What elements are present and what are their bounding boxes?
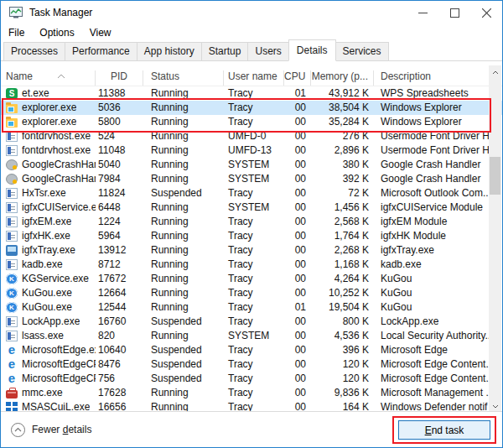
user-name-cell: Tracy bbox=[224, 101, 284, 115]
close-button[interactable] bbox=[470, 1, 502, 24]
column-header-description[interactable]: Description bbox=[374, 70, 502, 86]
table-row[interactable]: kadb.exe8712RunningTracy001,168 Kkadb.ex… bbox=[1, 258, 502, 272]
generic-app-icon bbox=[6, 316, 18, 327]
cpu-cell: 01 bbox=[284, 300, 311, 315]
tab-services[interactable]: Services bbox=[335, 42, 389, 60]
column-header-cpu[interactable]: CPU bbox=[284, 70, 311, 86]
tab-app-history[interactable]: App history bbox=[137, 42, 202, 60]
memory-cell: 4,536 K bbox=[311, 329, 374, 343]
table-row[interactable]: igfxHK.exe5964RunningTracy001,764 KigfxH… bbox=[1, 229, 502, 243]
table-row[interactable]: et.exe11388RunningTracy0143,912 KWPS Spr… bbox=[1, 86, 502, 101]
generic-app-icon bbox=[6, 202, 18, 213]
process-name-cell: lsass.exe bbox=[1, 329, 96, 343]
table-row[interactable]: igfxTray.exe13912RunningTracy002,268 Kig… bbox=[1, 243, 502, 258]
user-name-cell: UMFD-0 bbox=[224, 129, 284, 143]
task-manager-icon bbox=[9, 7, 23, 18]
column-header-name[interactable]: Name bbox=[1, 70, 96, 86]
column-header-pid[interactable]: PID bbox=[96, 70, 143, 86]
table-row[interactable]: fontdrvhost.exe524RunningUMFD-000276 KUs… bbox=[1, 129, 502, 143]
memory-cell: 19,504 K bbox=[311, 300, 374, 315]
minimize-button[interactable] bbox=[407, 1, 438, 24]
tab-startup[interactable]: Startup bbox=[201, 42, 249, 60]
table-row[interactable]: fontdrvhost.exe11048RunningUMFD-13002,89… bbox=[1, 143, 502, 158]
process-name-cell: KuGou.exe bbox=[1, 286, 96, 300]
status-cell: Running bbox=[143, 101, 224, 115]
generic-app-icon bbox=[6, 259, 18, 270]
column-header-memory[interactable]: Memory (p... bbox=[311, 70, 374, 86]
column-header-user-name[interactable]: User name bbox=[224, 70, 284, 86]
memory-cell: 4,264 K bbox=[311, 272, 374, 286]
pid-cell: 8476 bbox=[96, 357, 143, 372]
generic-app-icon bbox=[6, 231, 18, 242]
column-header-status[interactable]: Status bbox=[143, 70, 224, 86]
memory-cell: 1,764 K bbox=[311, 229, 374, 243]
table-row[interactable]: LockApp.exe16760SuspendedTracy00800 KLoc… bbox=[1, 315, 502, 329]
generic-app-icon bbox=[6, 216, 18, 227]
cpu-cell: 00 bbox=[284, 386, 311, 400]
fewer-details-toggle[interactable]: Fewer details bbox=[11, 423, 91, 437]
table-row[interactable]: KuGou.exe12664RunningTracy0010,252 KKuGo… bbox=[1, 286, 502, 300]
table-row[interactable]: HxTsr.exe11824SuspendedTracy0072 KMicros… bbox=[1, 186, 502, 201]
description-cell: Microsoft Edge Content... bbox=[374, 372, 502, 386]
description-cell: KuGou bbox=[374, 286, 502, 300]
edge-icon bbox=[6, 373, 18, 384]
memory-cell: 396 K bbox=[311, 343, 374, 357]
user-name-cell: Tracy bbox=[224, 300, 284, 315]
pid-cell: 11048 bbox=[96, 143, 143, 158]
vertical-scrollbar[interactable] bbox=[489, 65, 501, 413]
table-row[interactable]: MicrosoftEdgeCP.exe8476SuspendedTracy001… bbox=[1, 357, 502, 372]
table-row[interactable]: KuGou.exe12544RunningTracy0119,504 KKuGo… bbox=[1, 300, 502, 315]
cpu-cell: 01 bbox=[284, 86, 311, 101]
status-cell: Running bbox=[143, 86, 224, 101]
table-row[interactable]: igfxCUIService.exe6448RunningSYSTEM001,4… bbox=[1, 201, 502, 215]
process-name-cell: igfxHK.exe bbox=[1, 229, 96, 243]
menu-view[interactable]: View bbox=[82, 27, 119, 39]
pid-cell: 17672 bbox=[96, 272, 143, 286]
scrollbar-thumb[interactable] bbox=[490, 157, 500, 195]
cpu-cell: 00 bbox=[284, 186, 311, 201]
table-row[interactable]: lsass.exe820RunningSYSTEM004,536 KLocal … bbox=[1, 329, 502, 343]
tab-users[interactable]: Users bbox=[247, 42, 288, 60]
tab-details[interactable]: Details bbox=[288, 39, 336, 61]
pid-cell: 5036 bbox=[96, 101, 143, 115]
table-row[interactable]: mmc.exe17628RunningTracy009,836 KMicroso… bbox=[1, 386, 502, 400]
table-row[interactable]: GoogleCrashHandler...5040RunningSYSTEM00… bbox=[1, 158, 502, 172]
memory-cell: 2,568 K bbox=[311, 215, 374, 229]
table-row[interactable]: igfxEM.exe1224RunningTracy002,568 KigfxE… bbox=[1, 215, 502, 229]
memory-cell: 380 K bbox=[311, 158, 374, 172]
tab-performance[interactable]: Performance bbox=[65, 42, 137, 60]
memory-cell: 1,456 K bbox=[311, 201, 374, 215]
memory-cell: 9,836 K bbox=[311, 386, 374, 400]
table-row[interactable]: explorer.exe5800RunningTracy0035,284 KWi… bbox=[1, 115, 502, 129]
table-row[interactable]: MicrosoftEdgeCP.exe756SuspendedTracy0012… bbox=[1, 372, 502, 386]
process-name-cell: KGService.exe bbox=[1, 272, 96, 286]
table-row[interactable]: MicrosoftEdge.exe10640SuspendedTracy0039… bbox=[1, 343, 502, 357]
pid-cell: 8712 bbox=[96, 258, 143, 272]
process-name-cell: mmc.exe bbox=[1, 386, 96, 400]
task-manager-window: Task Manager File Options View Processes… bbox=[0, 0, 503, 448]
description-cell: Usermode Font Driver H bbox=[374, 129, 502, 143]
table-row[interactable]: explorer.exe5036RunningTracy0038,504 KWi… bbox=[1, 101, 502, 115]
memory-cell: 1,168 K bbox=[311, 258, 374, 272]
status-cell: Running bbox=[143, 115, 224, 129]
status-cell: Running bbox=[143, 243, 224, 258]
pid-cell: 17628 bbox=[96, 386, 143, 400]
end-task-button[interactable]: End task bbox=[398, 420, 490, 440]
menu-options[interactable]: Options bbox=[32, 27, 81, 39]
pid-cell: 13912 bbox=[96, 243, 143, 258]
user-name-cell: Tracy bbox=[224, 357, 284, 372]
process-name-cell: igfxTray.exe bbox=[1, 243, 96, 258]
tab-processes[interactable]: Processes bbox=[3, 42, 65, 60]
cpu-cell: 00 bbox=[284, 343, 311, 357]
table-row[interactable]: KGService.exe17672RunningTracy004,264 KK… bbox=[1, 272, 502, 286]
scroll-up-icon[interactable] bbox=[489, 65, 501, 79]
maximize-button[interactable] bbox=[438, 1, 470, 24]
process-name-cell: fontdrvhost.exe bbox=[1, 129, 96, 143]
description-cell: LockApp.exe bbox=[374, 315, 502, 329]
table-row[interactable]: GoogleCrashHandler...7984RunningSYSTEM00… bbox=[1, 172, 502, 186]
cpu-cell: 00 bbox=[284, 243, 311, 258]
pid-cell: 11388 bbox=[96, 86, 143, 101]
description-cell: Google Crash Handler bbox=[374, 158, 502, 172]
process-name-cell: et.exe bbox=[1, 86, 96, 101]
menu-file[interactable]: File bbox=[1, 27, 32, 39]
